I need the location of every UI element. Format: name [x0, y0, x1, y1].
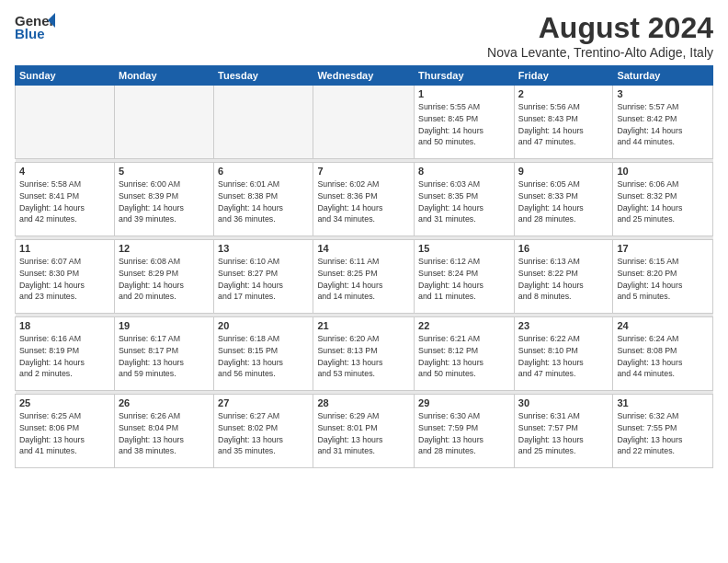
page: General Blue August 2024 Nova Levante, T… [0, 0, 728, 563]
col-sunday: Sunday [16, 66, 115, 86]
page-subtitle: Nova Levante, Trentino-Alto Adige, Italy [487, 45, 713, 60]
day-info: Sunrise: 6:03 AM Sunset: 8:35 PM Dayligh… [418, 178, 510, 225]
day-number: 9 [518, 166, 609, 177]
logo-icon: General Blue [15, 11, 55, 42]
day-info: Sunrise: 6:06 AM Sunset: 8:32 PM Dayligh… [617, 178, 709, 225]
day-info: Sunrise: 6:25 AM Sunset: 8:06 PM Dayligh… [19, 410, 110, 457]
day-info: Sunrise: 6:02 AM Sunset: 8:36 PM Dayligh… [317, 178, 410, 225]
table-row: 9Sunrise: 6:05 AM Sunset: 8:33 PM Daylig… [514, 163, 613, 236]
day-info: Sunrise: 6:27 AM Sunset: 8:02 PM Dayligh… [218, 410, 309, 457]
day-info: Sunrise: 6:10 AM Sunset: 8:27 PM Dayligh… [218, 256, 309, 303]
col-thursday: Thursday [415, 66, 515, 86]
day-info: Sunrise: 6:32 AM Sunset: 7:55 PM Dayligh… [617, 410, 709, 457]
day-number: 19 [119, 320, 210, 331]
table-row: 28Sunrise: 6:29 AM Sunset: 8:01 PM Dayli… [313, 395, 415, 468]
table-row: 1Sunrise: 5:55 AM Sunset: 8:45 PM Daylig… [415, 86, 515, 159]
svg-text:Blue: Blue [15, 26, 45, 41]
table-row [16, 86, 115, 159]
table-row: 17Sunrise: 6:15 AM Sunset: 8:20 PM Dayli… [613, 240, 713, 314]
table-row: 29Sunrise: 6:30 AM Sunset: 7:59 PM Dayli… [415, 395, 515, 468]
day-number: 21 [317, 320, 410, 331]
day-number: 8 [418, 166, 510, 177]
day-number: 3 [617, 88, 709, 99]
day-info: Sunrise: 6:08 AM Sunset: 8:29 PM Dayligh… [119, 256, 210, 303]
day-number: 28 [317, 397, 410, 408]
col-tuesday: Tuesday [214, 66, 313, 86]
day-info: Sunrise: 6:16 AM Sunset: 8:19 PM Dayligh… [19, 333, 110, 380]
day-number: 13 [218, 243, 309, 254]
day-number: 10 [617, 166, 709, 177]
day-number: 25 [19, 397, 110, 408]
day-info: Sunrise: 6:01 AM Sunset: 8:38 PM Dayligh… [218, 178, 309, 225]
day-info: Sunrise: 5:57 AM Sunset: 8:42 PM Dayligh… [617, 101, 709, 148]
col-saturday: Saturday [613, 66, 713, 86]
table-row: 31Sunrise: 6:32 AM Sunset: 7:55 PM Dayli… [613, 395, 713, 468]
day-number: 17 [617, 243, 709, 254]
table-row: 13Sunrise: 6:10 AM Sunset: 8:27 PM Dayli… [214, 240, 313, 314]
table-row: 19Sunrise: 6:17 AM Sunset: 8:17 PM Dayli… [114, 317, 213, 391]
page-title: August 2024 [487, 11, 713, 45]
day-info: Sunrise: 6:24 AM Sunset: 8:08 PM Dayligh… [617, 333, 709, 380]
title-block: August 2024 Nova Levante, Trentino-Alto … [487, 11, 713, 60]
table-row: 2Sunrise: 5:56 AM Sunset: 8:43 PM Daylig… [514, 86, 613, 159]
day-number: 12 [119, 243, 210, 254]
day-number: 29 [418, 397, 510, 408]
day-number: 20 [218, 320, 309, 331]
header: General Blue August 2024 Nova Levante, T… [15, 11, 713, 60]
table-row: 27Sunrise: 6:27 AM Sunset: 8:02 PM Dayli… [214, 395, 313, 468]
day-info: Sunrise: 6:31 AM Sunset: 7:57 PM Dayligh… [518, 410, 609, 457]
day-info: Sunrise: 6:18 AM Sunset: 8:15 PM Dayligh… [218, 333, 309, 380]
day-info: Sunrise: 6:15 AM Sunset: 8:20 PM Dayligh… [617, 256, 709, 303]
calendar-table: Sunday Monday Tuesday Wednesday Thursday… [15, 65, 713, 468]
day-number: 16 [518, 243, 609, 254]
table-row: 21Sunrise: 6:20 AM Sunset: 8:13 PM Dayli… [313, 317, 415, 391]
day-number: 5 [119, 166, 210, 177]
table-row: 12Sunrise: 6:08 AM Sunset: 8:29 PM Dayli… [114, 240, 213, 314]
table-row: 25Sunrise: 6:25 AM Sunset: 8:06 PM Dayli… [16, 395, 115, 468]
table-row: 15Sunrise: 6:12 AM Sunset: 8:24 PM Dayli… [415, 240, 515, 314]
day-info: Sunrise: 6:12 AM Sunset: 8:24 PM Dayligh… [418, 256, 510, 303]
day-info: Sunrise: 6:30 AM Sunset: 7:59 PM Dayligh… [418, 410, 510, 457]
day-number: 27 [218, 397, 309, 408]
day-number: 22 [418, 320, 510, 331]
day-info: Sunrise: 5:56 AM Sunset: 8:43 PM Dayligh… [518, 101, 609, 148]
table-row [214, 86, 313, 159]
table-row: 30Sunrise: 6:31 AM Sunset: 7:57 PM Dayli… [514, 395, 613, 468]
table-row: 8Sunrise: 6:03 AM Sunset: 8:35 PM Daylig… [415, 163, 515, 236]
table-row: 20Sunrise: 6:18 AM Sunset: 8:15 PM Dayli… [214, 317, 313, 391]
day-info: Sunrise: 5:55 AM Sunset: 8:45 PM Dayligh… [418, 101, 510, 148]
day-number: 2 [518, 88, 609, 99]
table-row: 10Sunrise: 6:06 AM Sunset: 8:32 PM Dayli… [613, 163, 713, 236]
table-row: 22Sunrise: 6:21 AM Sunset: 8:12 PM Dayli… [415, 317, 515, 391]
day-info: Sunrise: 6:21 AM Sunset: 8:12 PM Dayligh… [418, 333, 510, 380]
table-row: 26Sunrise: 6:26 AM Sunset: 8:04 PM Dayli… [114, 395, 213, 468]
day-number: 14 [317, 243, 410, 254]
table-row: 5Sunrise: 6:00 AM Sunset: 8:39 PM Daylig… [114, 163, 213, 236]
table-row [313, 86, 415, 159]
day-info: Sunrise: 6:26 AM Sunset: 8:04 PM Dayligh… [119, 410, 210, 457]
day-info: Sunrise: 6:00 AM Sunset: 8:39 PM Dayligh… [119, 178, 210, 225]
table-row: 23Sunrise: 6:22 AM Sunset: 8:10 PM Dayli… [514, 317, 613, 391]
day-info: Sunrise: 6:11 AM Sunset: 8:25 PM Dayligh… [317, 256, 410, 303]
table-row: 16Sunrise: 6:13 AM Sunset: 8:22 PM Dayli… [514, 240, 613, 314]
day-number: 6 [218, 166, 309, 177]
day-number: 7 [317, 166, 410, 177]
day-info: Sunrise: 6:22 AM Sunset: 8:10 PM Dayligh… [518, 333, 609, 380]
table-row: 6Sunrise: 6:01 AM Sunset: 8:38 PM Daylig… [214, 163, 313, 236]
day-number: 26 [119, 397, 210, 408]
table-row: 11Sunrise: 6:07 AM Sunset: 8:30 PM Dayli… [16, 240, 115, 314]
col-monday: Monday [114, 66, 213, 86]
day-info: Sunrise: 5:58 AM Sunset: 8:41 PM Dayligh… [19, 178, 110, 225]
table-row [114, 86, 213, 159]
logo: General Blue [15, 11, 55, 42]
day-number: 11 [19, 243, 110, 254]
day-info: Sunrise: 6:07 AM Sunset: 8:30 PM Dayligh… [19, 256, 110, 303]
day-number: 30 [518, 397, 609, 408]
table-row: 3Sunrise: 5:57 AM Sunset: 8:42 PM Daylig… [613, 86, 713, 159]
table-row: 4Sunrise: 5:58 AM Sunset: 8:41 PM Daylig… [16, 163, 115, 236]
day-number: 15 [418, 243, 510, 254]
table-row: 14Sunrise: 6:11 AM Sunset: 8:25 PM Dayli… [313, 240, 415, 314]
day-info: Sunrise: 6:05 AM Sunset: 8:33 PM Dayligh… [518, 178, 609, 225]
calendar-header-row: Sunday Monday Tuesday Wednesday Thursday… [16, 66, 713, 86]
day-number: 24 [617, 320, 709, 331]
